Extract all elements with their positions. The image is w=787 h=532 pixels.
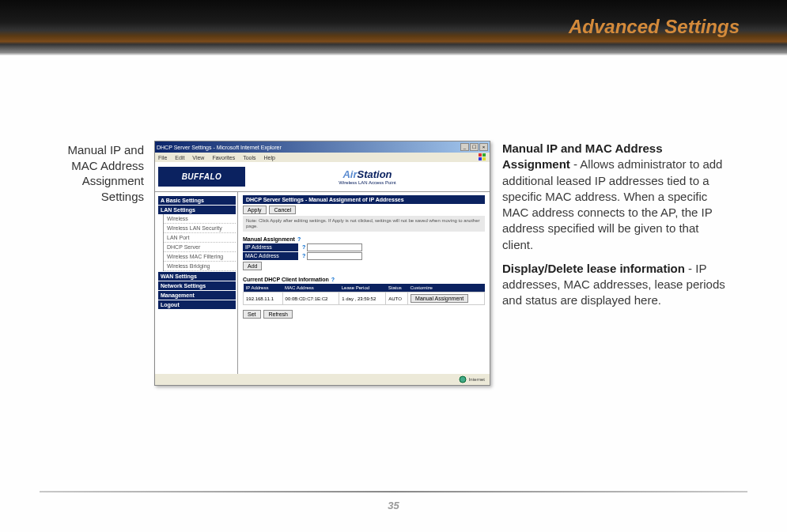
product-logo: AirStation Wireless LAN Access Point — [245, 168, 490, 185]
cell-ip: 192.168.11.1 — [244, 292, 283, 305]
header-bar: Advanced Settings — [0, 0, 787, 55]
ip-label: IP Address — [243, 243, 298, 251]
buffalo-logo: BUFFALO — [158, 167, 245, 187]
window-title: DHCP Server Settings - Microsoft Interne… — [157, 145, 282, 150]
nav-network[interactable]: Network Settings — [158, 281, 236, 290]
ip-input[interactable] — [307, 243, 362, 251]
maximize-button[interactable]: ☐ — [470, 143, 479, 151]
main-panel: DHCP Server Settings - Manual Assignment… — [238, 192, 490, 374]
nav-lan-port[interactable]: LAN Port — [164, 233, 236, 243]
figure-caption: Manual IP and MAC Address Assignment Set… — [49, 142, 144, 204]
mac-input[interactable] — [307, 252, 362, 260]
manual-assignment-button[interactable]: Manual Assignment — [411, 294, 468, 303]
cell-mac: 00:0B:CD:C7:1E:C2 — [282, 292, 339, 305]
svg-rect-1 — [482, 153, 486, 157]
sidebar-nav: A Basic Settings LAN Settings Wireless W… — [155, 192, 238, 374]
col-lease: Lease Period — [339, 284, 386, 292]
screenshot-window: DHCP Server Settings - Microsoft Interne… — [154, 141, 490, 386]
brand-bar: BUFFALO AirStation Wireless LAN Access P… — [155, 162, 490, 192]
status-text: Internet — [469, 377, 485, 382]
globe-icon — [459, 375, 467, 383]
menu-file[interactable]: File — [158, 155, 167, 160]
apply-button[interactable]: Apply — [243, 206, 267, 214]
help-icon[interactable]: ? — [302, 244, 305, 250]
menu-edit[interactable]: Edit — [175, 155, 184, 160]
nav-logout[interactable]: Logout — [158, 300, 236, 309]
nav-wan[interactable]: WAN Settings — [158, 272, 236, 281]
svg-rect-2 — [479, 157, 482, 160]
window-titlebar: DHCP Server Settings - Microsoft Interne… — [155, 141, 490, 153]
nav-wlan-security[interactable]: Wireless LAN Security — [164, 224, 236, 233]
nav-mac-filtering[interactable]: Wireless MAC Filtering — [164, 252, 236, 262]
desc-text-1: - Allows administrator to add additional… — [502, 157, 722, 251]
nav-lan[interactable]: LAN Settings — [158, 206, 236, 214]
nav-basic[interactable]: A Basic Settings — [158, 196, 236, 205]
cancel-button[interactable]: Cancel — [269, 206, 296, 214]
footer-rule — [40, 491, 747, 492]
add-button[interactable]: Add — [243, 262, 262, 270]
menu-help[interactable]: Help — [264, 155, 275, 160]
help-icon[interactable]: ? — [297, 236, 301, 242]
nav-wireless[interactable]: Wireless — [164, 214, 236, 224]
nav-management[interactable]: Management — [158, 291, 236, 300]
svg-rect-3 — [482, 157, 486, 160]
window-buttons: _ ☐ × — [460, 143, 488, 151]
menu-favorites[interactable]: Favorites — [212, 155, 235, 160]
client-info-heading: Current DHCP Client Information — [243, 277, 329, 282]
nav-wireless-bridging[interactable]: Wireless Bridging — [164, 262, 236, 271]
status-bar: Internet — [155, 374, 490, 385]
col-status: Status — [386, 284, 408, 292]
svg-point-4 — [460, 376, 466, 383]
nav-lan-sub: Wireless Wireless LAN Security LAN Port … — [163, 214, 236, 271]
cell-status: AUTO — [386, 292, 408, 305]
set-button[interactable]: Set — [243, 310, 261, 319]
col-ip: IP Address — [244, 284, 283, 292]
product-subtitle: Wireless LAN Access Point — [245, 180, 490, 185]
section-title: DHCP Server Settings - Manual Assignment… — [243, 195, 485, 204]
help-icon[interactable]: ? — [302, 253, 305, 258]
close-button[interactable]: × — [479, 143, 488, 151]
col-mac: MAC Address — [282, 284, 339, 292]
manual-assignment-heading: Manual Assignment — [243, 236, 295, 242]
nav-dhcp-server[interactable]: DHCP Server — [164, 243, 236, 252]
help-icon[interactable]: ? — [331, 277, 335, 282]
windows-flag-icon — [479, 153, 486, 161]
page-number: 35 — [0, 500, 787, 511]
menu-tools[interactable]: Tools — [243, 155, 255, 160]
note-text: Note: Click Apply after editing settings… — [243, 216, 485, 232]
svg-rect-0 — [479, 153, 482, 157]
table-row: 192.168.11.1 00:0B:CD:C7:1E:C2 1 day , 2… — [244, 292, 485, 305]
menu-bar: File Edit View Favorites Tools Help — [155, 153, 490, 162]
description-text: Manual IP and MAC Address Assignment - A… — [502, 141, 732, 317]
client-table: IP Address MAC Address Lease Period Stat… — [243, 284, 485, 305]
refresh-button[interactable]: Refresh — [263, 310, 293, 319]
cell-lease: 1 day , 23:59:52 — [339, 292, 386, 305]
mac-label: MAC Address — [243, 252, 298, 260]
col-customize: Customize — [408, 284, 485, 292]
menu-view[interactable]: View — [192, 155, 204, 160]
minimize-button[interactable]: _ — [460, 143, 469, 151]
desc-bold-2: Display/Delete lease information — [502, 262, 685, 275]
page-title: Advanced Settings — [569, 16, 740, 38]
